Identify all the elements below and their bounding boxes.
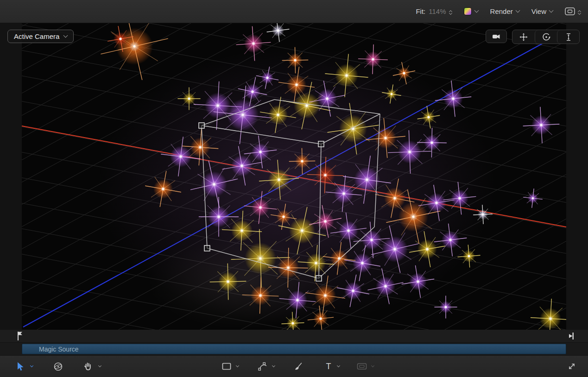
window-layout-icon xyxy=(565,7,575,15)
bezier-tool-popup-chevron[interactable] xyxy=(272,364,275,367)
timeline-clip-label: Magic Source xyxy=(39,346,79,353)
viewport-scene[interactable] xyxy=(0,23,588,330)
paintbrush-icon xyxy=(294,362,303,371)
arrow-cursor-icon xyxy=(16,362,24,371)
select-tool-popup-chevron[interactable] xyxy=(30,364,33,367)
chevron-down-icon xyxy=(63,33,68,38)
pan-camera-button[interactable] xyxy=(512,30,535,44)
camera-controls xyxy=(486,30,580,44)
view-menu[interactable]: View xyxy=(531,7,553,15)
canvas-toolbar: Fit: 114% Render View xyxy=(0,0,588,23)
camera-menu-label: Active Camera xyxy=(14,32,59,40)
color-channels-icon xyxy=(464,7,472,15)
timing-bar: Magic Source xyxy=(0,343,588,355)
pan-tool-popup-chevron[interactable] xyxy=(98,364,101,367)
hand-icon xyxy=(83,362,92,371)
dolly-arrows-icon xyxy=(564,33,573,41)
play-range-in-marker[interactable] xyxy=(17,331,23,341)
canvas-viewport[interactable]: Active Camera xyxy=(0,23,588,330)
image-mask-tool[interactable] xyxy=(356,359,368,373)
orbit-sphere-icon xyxy=(53,362,63,371)
camera-record-button[interactable] xyxy=(486,30,507,43)
select-transform-tool[interactable] xyxy=(14,359,26,373)
text-tool[interactable]: T xyxy=(322,359,335,373)
text-tool-glyph: T xyxy=(326,362,331,371)
tool-palette: T xyxy=(0,355,588,377)
expand-diagonal-icon xyxy=(568,362,576,371)
mask-rectangle-icon xyxy=(357,362,367,371)
shape-tool-popup-chevron[interactable] xyxy=(236,364,239,367)
zoom-value: 114% xyxy=(429,7,446,15)
scene-svg xyxy=(0,23,588,330)
orbit-camera-button[interactable] xyxy=(535,30,557,44)
motion-window: { "toolbar": { "fit_label": "Fit:", "zoo… xyxy=(0,0,588,377)
text-tool-popup-chevron[interactable] xyxy=(337,364,340,367)
bezier-tool[interactable] xyxy=(257,359,269,373)
expand-view-button[interactable] xyxy=(566,359,578,373)
zoom-stepper-icon[interactable] xyxy=(449,9,452,14)
chevron-down-icon xyxy=(549,8,554,13)
chevron-down-icon xyxy=(474,8,479,13)
dolly-camera-button[interactable] xyxy=(557,30,579,44)
mini-timeline[interactable] xyxy=(0,330,588,343)
view-label: View xyxy=(531,7,546,15)
timeline-clip[interactable]: Magic Source xyxy=(22,344,566,354)
render-label: Render xyxy=(490,7,513,15)
camera-menu-button[interactable]: Active Camera xyxy=(7,30,74,43)
zoom-control[interactable]: Fit: 114% xyxy=(416,7,451,15)
rectangle-shape-tool[interactable] xyxy=(221,359,233,373)
bezier-pen-icon xyxy=(258,362,268,371)
3d-transform-tool[interactable] xyxy=(52,359,64,373)
chevron-down-icon xyxy=(515,8,520,13)
layout-stepper-icon[interactable] xyxy=(578,9,581,14)
fit-label: Fit: xyxy=(416,7,425,15)
rectangle-icon xyxy=(222,363,231,370)
mask-tool-popup-chevron[interactable] xyxy=(371,364,374,367)
play-range-out-marker[interactable] xyxy=(568,332,574,340)
channels-menu[interactable] xyxy=(464,7,478,15)
layout-control[interactable] xyxy=(565,7,581,15)
orbit-arrow-icon xyxy=(542,33,550,41)
render-menu[interactable]: Render xyxy=(490,7,519,15)
pan-arrows-icon xyxy=(519,33,528,41)
paint-stroke-tool[interactable] xyxy=(292,359,304,373)
pan-view-tool[interactable] xyxy=(82,359,94,373)
camera-tools-group xyxy=(512,30,580,44)
video-camera-icon xyxy=(492,32,501,41)
